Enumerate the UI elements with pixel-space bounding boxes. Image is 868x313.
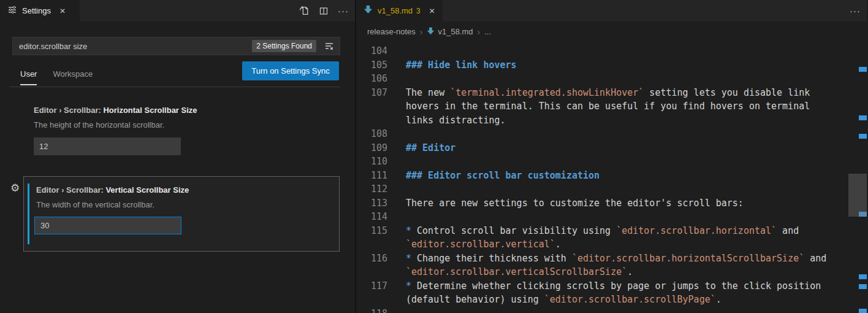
editor-line[interactable]: `editor.scrollbar.vertical`. [356, 238, 867, 252]
breadcrumb-item[interactable]: ... [484, 27, 491, 36]
breadcrumb-chevron-icon: › [420, 27, 423, 37]
markdown-file-icon [427, 27, 435, 37]
editor-line[interactable]: 104 [356, 44, 867, 58]
token-code: `editor.scrollbar.horizontal` [616, 225, 777, 236]
breadcrumb-item-label: v1_58.md [438, 27, 473, 36]
settings-scope-tabs: User Workspace [20, 66, 93, 85]
scrollbar-thumb[interactable] [848, 174, 867, 217]
setting-category: Editor › Scrollbar: [36, 185, 105, 195]
scope-tab-workspace[interactable]: Workspace [53, 66, 93, 85]
more-actions-icon[interactable]: ··· [338, 0, 349, 21]
tab-v1-58-md[interactable]: v1_58.md 3 ✕ [356, 0, 443, 21]
horizontal-scrollbar-size-input[interactable] [34, 137, 181, 155]
editor-line[interactable]: 111### Editor scroll bar customization [356, 169, 867, 183]
vertical-scrollbar-size-input[interactable] [34, 217, 181, 234]
token-txt: setting lets you disable link [644, 87, 810, 98]
setting-row-content: Editor › Scrollbar: Vertical Scrollbar S… [36, 185, 333, 234]
close-icon[interactable]: ✕ [429, 7, 435, 15]
line-content: (default behavior) using `editor.scrollb… [406, 293, 721, 307]
editor-line[interactable]: 113There are new settings to customize t… [356, 196, 867, 211]
token-head: ## Editor [406, 142, 455, 153]
setting-title: Editor › Scrollbar: Vertical Scrollbar S… [36, 185, 333, 195]
breadcrumb-chevron-icon: › [478, 27, 481, 37]
close-icon[interactable]: ✕ [59, 7, 66, 15]
overview-ruler-marker [859, 134, 867, 139]
settings-count-badge: 2 Settings Found [252, 40, 316, 52]
setting-label: Horizontal Scrollbar Size [103, 106, 197, 115]
line-number [356, 293, 387, 307]
editor-line[interactable]: 118 [356, 307, 867, 313]
editor-line[interactable]: hovers in the terminal. This can be usef… [356, 99, 867, 114]
editor-line[interactable]: 115* Control scroll bar visibility using… [356, 224, 867, 238]
editor-line[interactable]: (default behavior) using `editor.scrollb… [356, 293, 867, 307]
open-settings-json-icon[interactable] [299, 6, 310, 16]
line-number: 116 [356, 252, 387, 266]
token-code: `editor.scrollbar.scrollByPage` [544, 294, 716, 305]
turn-on-settings-sync-button[interactable]: Turn on Settings Sync [242, 61, 339, 80]
editor-line[interactable]: 108 [356, 127, 867, 141]
token-txt: Determine whether clicking scrolls by pa… [417, 280, 821, 292]
line-content: The new `terminal.integrated.showLinkHov… [406, 86, 810, 100]
line-content: ### Hide link hovers [406, 58, 517, 72]
line-content: * Control scroll bar visibility using `e… [406, 224, 799, 238]
setting-row-vertical-scrollbar-size[interactable]: Editor › Scrollbar: Vertical Scrollbar S… [23, 176, 340, 252]
tab-settings[interactable]: Settings ✕ [0, 0, 80, 21]
line-number [356, 265, 387, 279]
setting-row-horizontal-scrollbar-size[interactable]: Editor › Scrollbar: Horizontal Scrollbar… [34, 106, 197, 155]
split-editor-icon[interactable] [319, 6, 329, 16]
token-txt: . [555, 239, 561, 250]
editor-line[interactable]: 114 [356, 210, 867, 224]
settings-header-separator [9, 87, 340, 87]
line-number: 114 [356, 210, 387, 224]
line-number: 113 [356, 196, 387, 211]
line-content: ### Editor scroll bar customization [406, 169, 600, 183]
line-number: 106 [356, 72, 387, 86]
editor-line[interactable]: links distracting. [356, 114, 867, 128]
token-txt: . [627, 266, 633, 277]
line-number: 108 [356, 127, 387, 141]
scope-tab-user[interactable]: User [20, 66, 37, 85]
setting-description: The width of the vertical scrollbar. [36, 200, 333, 209]
tab-problems-badge: 3 [416, 7, 421, 15]
markdown-file-icon [364, 5, 373, 17]
editor-scrollbar[interactable] [848, 42, 867, 313]
line-number: 111 [356, 169, 387, 183]
gear-icon[interactable]: ⚙ [10, 183, 20, 193]
overview-ruler-marker [859, 274, 867, 279]
breadcrumb-item-label: release-notes [367, 27, 416, 36]
settings-search-input[interactable] [19, 42, 247, 51]
line-content: There are new settings to customize the … [406, 196, 744, 211]
token-bullet: * [406, 253, 417, 264]
editor-line[interactable]: `editor.scrollbar.verticalScrollbarSize`… [356, 265, 867, 279]
markdown-editor[interactable]: 104105### Hide link hovers106107The new … [356, 42, 867, 313]
breadcrumbs: release-notes›v1_58.md›... [356, 21, 867, 42]
breadcrumb-item[interactable]: release-notes [367, 27, 416, 36]
editor-line[interactable]: 109## Editor [356, 141, 867, 155]
breadcrumb-item-label: ... [484, 27, 491, 36]
editor-line[interactable]: 116* Change their thickness with `editor… [356, 252, 867, 266]
token-txt: There are new settings to customize the … [406, 198, 744, 209]
breadcrumb-item[interactable]: v1_58.md [427, 27, 473, 37]
token-head: ### Hide link hovers [406, 60, 517, 71]
line-content: `editor.scrollbar.verticalScrollbarSize`… [406, 265, 633, 279]
line-number: 109 [356, 141, 387, 155]
line-number: 118 [356, 307, 387, 313]
overview-ruler-marker [859, 309, 867, 313]
settings-body: 2 Settings Found User Workspace Turn on … [0, 21, 355, 313]
editor-line[interactable]: 105### Hide link hovers [356, 58, 867, 72]
more-actions-icon[interactable]: ··· [850, 0, 861, 21]
editor-line[interactable]: 117* Determine whether clicking scrolls … [356, 279, 867, 293]
token-txt: Change their thickness with [417, 253, 572, 264]
line-content: * Change their thickness with `editor.sc… [406, 252, 826, 266]
filter-icon[interactable] [321, 38, 337, 54]
editor-line[interactable]: 106 [356, 72, 867, 86]
editor-line[interactable]: 107The new `terminal.integrated.showLink… [356, 86, 867, 100]
token-head: ### Editor scroll bar customization [406, 170, 600, 181]
line-number: 105 [356, 58, 387, 72]
editor-line[interactable]: 112 [356, 182, 867, 196]
line-content: * Determine whether clicking scrolls by … [406, 279, 821, 293]
line-content: `editor.scrollbar.vertical`. [406, 238, 561, 252]
tab-v1-58-md-label: v1_58.md [378, 6, 413, 15]
token-txt: (default behavior) using [406, 294, 544, 305]
editor-line[interactable]: 110 [356, 155, 867, 169]
